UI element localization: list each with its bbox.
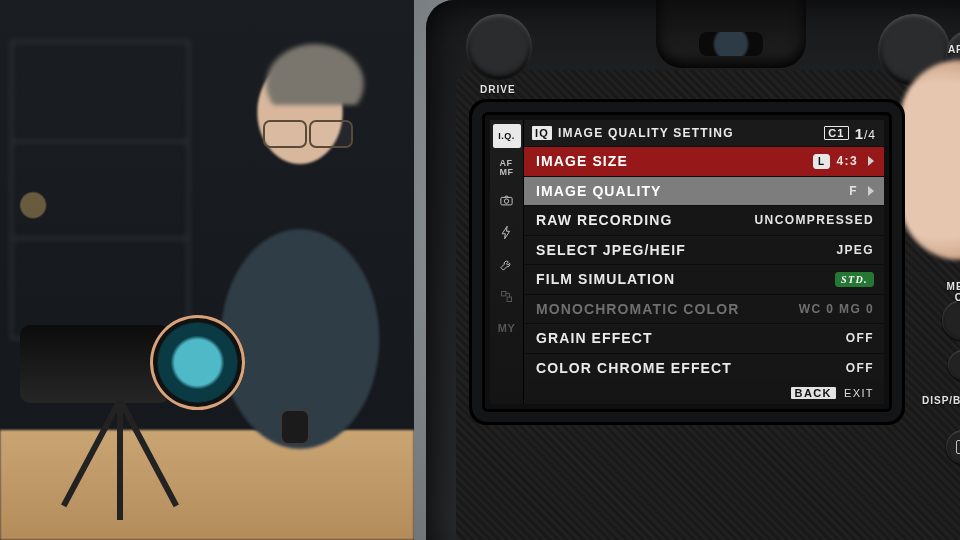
menu-row-label: GRAIN EFFECT — [536, 330, 846, 346]
menu-rows[interactable]: IMAGE SIZEL4:3IMAGE QUALITYFRAW RECORDIN… — [524, 146, 884, 382]
value-text: OFF — [846, 331, 874, 345]
camera-body: DRIVE AF ON MENU OK DISP/BACK I.Q.AF MFM… — [426, 0, 960, 540]
custom-bank-badge: C1 — [824, 126, 848, 140]
drive-label: DRIVE — [480, 84, 516, 95]
page-current: 1 — [855, 125, 864, 142]
menu-footer: BACK EXIT — [524, 382, 884, 404]
menu-panel: IQ IMAGE QUALITY SETTING C1 1/4 IMAGE SI… — [524, 120, 884, 404]
value-text: OFF — [846, 361, 874, 375]
flash-icon[interactable] — [493, 220, 521, 244]
menu-row-label: MONOCHROMATIC COLOR — [536, 301, 799, 317]
menu-row-label: IMAGE SIZE — [536, 153, 813, 169]
chevron-right-icon — [868, 156, 874, 166]
footer-key-badge: BACK — [791, 387, 836, 399]
value-badge: L — [813, 154, 831, 169]
svg-point-1 — [504, 198, 508, 202]
menu-label-line2: OK — [955, 292, 960, 303]
drive-dial[interactable] — [466, 14, 532, 80]
left-panel-photo — [0, 0, 414, 540]
chevron-right-icon — [868, 186, 874, 196]
menu-row-7[interactable]: COLOR CHROME EFFECTOFF — [524, 353, 884, 383]
sidebar-tab-my[interactable]: MY — [493, 316, 521, 340]
menu-row-3[interactable]: SELECT JPEG/HEIFJPEG — [524, 235, 884, 265]
menu-header-title: IMAGE QUALITY SETTING — [558, 126, 818, 140]
value-text: JPEG — [836, 243, 874, 257]
page-total: 4 — [868, 128, 876, 142]
menu-row-label: FILM SIMULATION — [536, 271, 835, 287]
menu-row-value: WC 0 MG 0 — [799, 302, 874, 316]
viewfinder-hump — [656, 0, 806, 68]
camera-icon[interactable] — [493, 188, 521, 212]
menu-row-1[interactable]: IMAGE QUALITYF — [524, 176, 884, 206]
af-on-label: AF ON — [948, 44, 960, 55]
menu-row-label: RAW RECORDING — [536, 212, 755, 228]
menu-header-badge: IQ — [532, 126, 552, 140]
menu-row-value: OFF — [846, 361, 874, 375]
disp-back-label: DISP/BACK — [922, 395, 960, 406]
value-text: WC 0 MG 0 — [799, 302, 874, 316]
value-badge: STD. — [835, 272, 874, 287]
menu-row-value: STD. — [835, 272, 874, 287]
right-panel-camera-back: DRIVE AF ON MENU OK DISP/BACK I.Q.AF MFM… — [414, 0, 960, 540]
menu-header: IQ IMAGE QUALITY SETTING C1 1/4 — [524, 120, 884, 146]
menu-row-value: L4:3 — [813, 154, 874, 169]
tabletop-camera — [0, 270, 215, 480]
value-text: 4:3 — [836, 154, 858, 168]
value-text: F — [849, 184, 858, 198]
lens-front-element — [150, 315, 245, 410]
conn-icon[interactable] — [493, 284, 521, 308]
menu-ok-label: MENU OK — [947, 282, 960, 303]
lcd-frame: I.Q.AF MFMY IQ IMAGE QUALITY SETTING C1 … — [482, 112, 892, 412]
sidebar-tab-iq[interactable]: I.Q. — [493, 124, 521, 148]
split-frame: DRIVE AF ON MENU OK DISP/BACK I.Q.AF MFM… — [0, 0, 960, 540]
presenter-hair — [255, 35, 375, 105]
lens-barrel — [20, 325, 170, 403]
menu-row-5[interactable]: MONOCHROMATIC COLORWC 0 MG 0 — [524, 294, 884, 324]
menu-row-label: IMAGE QUALITY — [536, 183, 849, 199]
svg-rect-2 — [502, 291, 506, 295]
menu-row-4[interactable]: FILM SIMULATIONSTD. — [524, 264, 884, 294]
menu-row-value: JPEG — [836, 243, 874, 257]
menu-row-label: COLOR CHROME EFFECT — [536, 360, 846, 376]
lcd-screen[interactable]: I.Q.AF MFMY IQ IMAGE QUALITY SETTING C1 … — [490, 120, 884, 404]
menu-row-2[interactable]: RAW RECORDINGUNCOMPRESSED — [524, 205, 884, 235]
eyeglasses-icon — [263, 120, 353, 144]
menu-row-6[interactable]: GRAIN EFFECTOFF — [524, 323, 884, 353]
wrench-icon[interactable] — [493, 252, 521, 276]
smartwatch — [280, 409, 310, 445]
operator-thumb — [900, 60, 960, 260]
menu-row-value: F — [849, 184, 874, 198]
sidebar-tab-afmf[interactable]: AF MF — [493, 156, 521, 180]
menu-label-line1: MENU — [947, 281, 960, 292]
menu-row-0[interactable]: IMAGE SIZEL4:3 — [524, 146, 884, 176]
mini-tripod — [40, 400, 200, 520]
menu-row-value: OFF — [846, 331, 874, 345]
menu-page-indicator: 1/4 — [855, 125, 876, 142]
menu-row-value: UNCOMPRESSED — [755, 213, 874, 227]
value-text: UNCOMPRESSED — [755, 213, 874, 227]
menu-row-label: SELECT JPEG/HEIF — [536, 242, 836, 258]
footer-label: EXIT — [844, 387, 874, 399]
menu-sidebar-tabs[interactable]: I.Q.AF MFMY — [490, 120, 524, 404]
svg-rect-3 — [507, 297, 511, 301]
